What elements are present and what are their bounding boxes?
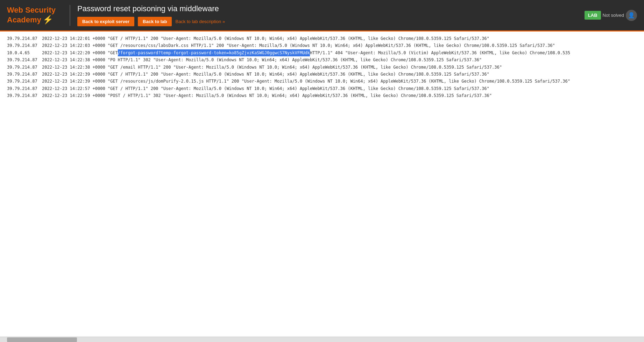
logo-text: Web Security Academy⚡ <box>7 6 56 25</box>
user-icon-button[interactable]: 👤 <box>626 10 637 21</box>
log-ip: 39.79.214.87 <box>7 78 42 85</box>
log-row: 39.79.214.87 2022-12-23 14:22:39 +0000 "… <box>7 71 637 78</box>
log-area: 39.79.214.87 2022-12-23 14:22:01 +0000 "… <box>0 32 644 336</box>
lab-badge: LAB <box>585 11 601 20</box>
header: Web Security Academy⚡ Password reset poi… <box>0 0 644 32</box>
log-text: 2022-12-23 14:22:57 +0000 "GET / HTTP/1.… <box>42 85 489 92</box>
log-row: 39.79.214.87 2022-12-23 14:22:38 +0000 "… <box>7 56 637 63</box>
log-text-highlight: /forgot-password?temp-forgot-password-to… <box>118 49 310 56</box>
log-text: 2022-12-23 14:22:38 +0000 "GET /email HT… <box>42 64 502 71</box>
logo-area: Web Security Academy⚡ <box>7 6 56 25</box>
status-area: LAB Not solved 👤 <box>585 10 637 21</box>
back-to-exploit-server-button[interactable]: Back to exploit server <box>77 17 134 26</box>
title-area: Password reset poisoning via middleware … <box>77 4 585 26</box>
log-text: 2022-12-23 14:22:38 +0000 "PO HTTP/1.1" … <box>42 56 482 63</box>
log-text: 2022-12-23 14:22:03 +0000 "GET /resource… <box>42 42 555 49</box>
status-text: Not solved <box>603 13 624 18</box>
log-row: 39.79.214.87 2022-12-23 14:22:59 +0000 "… <box>7 92 637 99</box>
log-text: 2022-12-23 14:22:01 +0000 "GET / HTTP/1.… <box>42 35 489 42</box>
logo-line1: Web Security <box>7 6 56 14</box>
logo: Web Security Academy⚡ <box>7 6 56 25</box>
log-row: 39.79.214.87 2022-12-23 14:22:57 +0000 "… <box>7 85 637 92</box>
log-ip: 10.0.4.65 <box>7 49 42 56</box>
nav-buttons: Back to exploit server Back to lab Back … <box>77 17 585 26</box>
log-row: 39.79.214.87 2022-12-23 14:22:01 +0000 "… <box>7 35 637 42</box>
log-ip: 39.79.214.87 <box>7 64 42 71</box>
log-ip: 39.79.214.87 <box>7 85 42 92</box>
back-to-lab-description-button[interactable]: Back to lab description <box>175 19 225 24</box>
log-text: 2022-12-23 14:22:39 +0000 "GET / HTTP/1.… <box>42 71 489 78</box>
log-row: 10.0.4.65 2022-12-23 14:22:20 +0000 "GET… <box>7 49 637 56</box>
log-ip: 39.79.214.87 <box>7 56 42 63</box>
log-text: 2022-12-23 14:22:39 +0000 "GET /resource… <box>42 78 570 85</box>
log-text-after: HTTP/1.1" 404 "User-Agent: Mozilla/5.0 (… <box>310 49 570 56</box>
log-ip: 39.79.214.87 <box>7 35 42 42</box>
logo-line2: Academy <box>7 15 41 24</box>
log-row: 39.79.214.87 2022-12-23 14:22:38 +0000 "… <box>7 64 637 71</box>
lab-title: Password reset poisoning via middleware <box>77 4 585 13</box>
log-text: 2022-12-23 14:22:59 +0000 "POST / HTTP/1… <box>42 92 492 99</box>
log-row: 39.79.214.87 2022-12-23 14:22:03 +0000 "… <box>7 42 637 49</box>
log-ip: 39.79.214.87 <box>7 92 42 99</box>
logo-bolt: ⚡ <box>43 15 53 24</box>
log-row: 39.79.214.87 2022-12-23 14:22:39 +0000 "… <box>7 78 637 85</box>
log-ip: 39.79.214.87 <box>7 42 42 49</box>
back-to-lab-button[interactable]: Back to lab <box>138 17 172 26</box>
header-divider <box>70 5 70 26</box>
log-text-before: 2022-12-23 14:22:20 +0000 "GET <box>42 49 118 56</box>
log-ip: 39.79.214.87 <box>7 71 42 78</box>
